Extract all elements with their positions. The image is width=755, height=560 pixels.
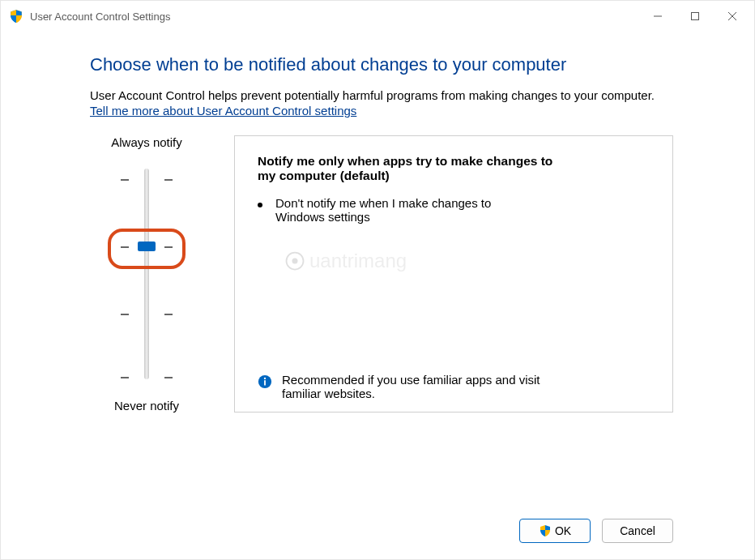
panel-bullet-text: Don't notify me when I make changes to W… bbox=[275, 196, 535, 224]
svg-point-8 bbox=[264, 378, 266, 379]
notification-slider: Always notify Never notify bbox=[90, 135, 203, 413]
window-controls bbox=[639, 3, 751, 29]
uac-shield-icon bbox=[9, 9, 23, 24]
window-title: User Account Control Settings bbox=[30, 11, 639, 23]
title-bar: User Account Control Settings bbox=[1, 1, 754, 32]
slider-bottom-label: Never notify bbox=[114, 399, 179, 413]
content-area: Choose when to be notified about changes… bbox=[1, 32, 754, 413]
notification-panel: Notify me only when apps try to make cha… bbox=[234, 135, 673, 413]
panel-bullet: Don't notify me when I make changes to W… bbox=[258, 196, 650, 224]
panel-recommendation-text: Recommended if you use familiar apps and… bbox=[282, 373, 541, 400]
dialog-buttons: OK Cancel bbox=[519, 519, 673, 543]
info-icon bbox=[258, 374, 272, 389]
learn-more-link[interactable]: Tell me more about User Account Control … bbox=[90, 104, 356, 118]
bullet-dot-icon bbox=[258, 203, 262, 207]
panel-title: Notify me only when apps try to make cha… bbox=[258, 154, 565, 183]
watermark: uantrimang bbox=[284, 250, 407, 272]
page-heading: Choose when to be notified about changes… bbox=[90, 54, 673, 75]
intro-text: User Account Control helps prevent poten… bbox=[90, 88, 673, 102]
ok-button[interactable]: OK bbox=[519, 519, 591, 543]
ok-button-label: OK bbox=[555, 524, 571, 537]
slider-top-label: Always notify bbox=[111, 135, 182, 149]
svg-point-4 bbox=[287, 253, 304, 270]
uac-shield-icon bbox=[539, 524, 552, 537]
panel-recommendation: Recommended if you use familiar apps and… bbox=[258, 357, 650, 400]
maximize-button[interactable] bbox=[676, 3, 714, 29]
slider-track[interactable] bbox=[114, 160, 179, 387]
cancel-button-label: Cancel bbox=[620, 524, 655, 537]
svg-rect-1 bbox=[692, 13, 699, 20]
minimize-button[interactable] bbox=[639, 3, 676, 29]
svg-point-5 bbox=[292, 259, 298, 264]
slider-thumb[interactable] bbox=[138, 242, 156, 251]
svg-rect-7 bbox=[264, 380, 266, 385]
cancel-button[interactable]: Cancel bbox=[602, 519, 673, 543]
close-button[interactable] bbox=[714, 3, 751, 29]
